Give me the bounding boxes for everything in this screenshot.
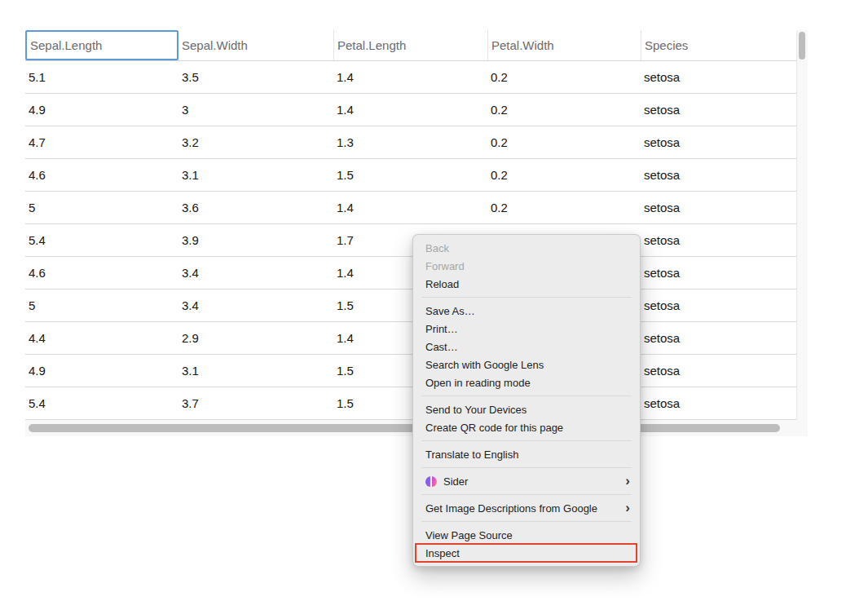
submenu-chevron-icon: › xyxy=(625,501,630,515)
table-row: 4.93.11.5setosa xyxy=(25,355,796,387)
menu-item-open-in-reading-mode[interactable]: Open in reading mode xyxy=(413,373,640,391)
menu-item-label: Reload xyxy=(425,278,459,290)
table-cell: setosa xyxy=(641,159,796,191)
menu-item-sider[interactable]: Sider› xyxy=(413,472,640,490)
table-cell: 5.4 xyxy=(25,224,178,256)
menu-separator xyxy=(421,396,632,396)
table-cell: 0.2 xyxy=(487,94,641,126)
table-cell: 0.2 xyxy=(487,159,641,191)
menu-item-label: Save As… xyxy=(425,305,475,317)
menu-separator xyxy=(421,440,632,441)
table-row: 53.41.5setosa xyxy=(25,289,796,322)
menu-item-forward: Forward xyxy=(413,257,640,275)
menu-item-label: Back xyxy=(425,242,449,254)
menu-item-label: Send to Your Devices xyxy=(425,404,527,416)
menu-item-create-qr-code-for-this-page[interactable]: Create QR code for this page xyxy=(413,418,640,436)
table-cell: 3.2 xyxy=(178,126,333,158)
table-cell: setosa xyxy=(641,289,796,321)
menu-item-label: Print… xyxy=(425,323,458,335)
table-cell: 5 xyxy=(25,289,178,321)
menu-item-label: Inspect xyxy=(425,547,460,559)
table-cell: 3.1 xyxy=(178,355,333,387)
column-header-petal-length[interactable]: Petal.Length xyxy=(333,30,487,60)
vertical-scrollbar-thumb[interactable] xyxy=(799,32,805,60)
page: { "colors": { "focus_border": "#5a9ad6",… xyxy=(0,0,868,601)
menu-item-view-page-source[interactable]: View Page Source xyxy=(413,526,640,544)
table-cell: 4.9 xyxy=(25,94,178,126)
table-cell: setosa xyxy=(641,61,796,93)
menu-item-label: Search with Google Lens xyxy=(425,359,544,371)
page-background: Sepal.LengthSepal.WidthPetal.LengthPetal… xyxy=(0,0,868,601)
table-row: 4.63.11.50.2setosa xyxy=(25,159,796,192)
table-cell: setosa xyxy=(641,257,796,289)
table-body: 5.13.51.40.2setosa4.931.40.2setosa4.73.2… xyxy=(25,61,796,420)
table-cell: 4.7 xyxy=(25,126,178,158)
menu-item-reload[interactable]: Reload xyxy=(413,275,640,293)
menu-separator xyxy=(421,467,632,468)
table-cell: setosa xyxy=(641,387,796,419)
sider-brain-icon xyxy=(425,476,437,487)
column-header-sepal-width[interactable]: Sepal.Width xyxy=(178,30,333,60)
table-cell: 4.9 xyxy=(25,355,178,387)
table-cell: 1.4 xyxy=(333,61,487,93)
table-cell: setosa xyxy=(641,192,796,223)
table-cell: 4.4 xyxy=(25,322,178,354)
menu-item-print[interactable]: Print… xyxy=(413,320,640,338)
menu-item-get-image-descriptions-from-google[interactable]: Get Image Descriptions from Google› xyxy=(413,499,640,517)
table-cell: 0.2 xyxy=(487,61,641,93)
browser-context-menu: BackForwardReloadSave As…Print…Cast…Sear… xyxy=(412,234,641,567)
table-cell: 5.1 xyxy=(25,61,178,93)
menu-item-label: Sider xyxy=(443,475,468,488)
table-cell: setosa xyxy=(641,126,796,158)
table-cell: setosa xyxy=(641,355,796,387)
table-row: 4.42.91.4setosa xyxy=(25,322,796,355)
table-row: 4.63.41.4setosa xyxy=(25,257,796,289)
table-header-row: Sepal.LengthSepal.WidthPetal.LengthPetal… xyxy=(25,30,796,61)
table-cell: 3.7 xyxy=(178,387,333,419)
table-row: 4.73.21.30.2setosa xyxy=(25,126,796,159)
table-cell: setosa xyxy=(641,94,796,126)
table-cell: 1.4 xyxy=(333,192,487,223)
table-row: 5.13.51.40.2setosa xyxy=(25,61,796,94)
table-cell: setosa xyxy=(641,322,796,354)
menu-item-label: View Page Source xyxy=(425,529,513,541)
table-row: 5.43.91.7setosa xyxy=(25,224,796,257)
horizontal-scrollbar-thumb[interactable] xyxy=(29,424,780,432)
menu-item-label: Translate to English xyxy=(425,449,518,461)
table-cell: 3.4 xyxy=(178,257,333,289)
table-cell: 3.4 xyxy=(178,289,333,321)
menu-separator xyxy=(421,297,632,298)
table-cell: 3.1 xyxy=(178,159,333,191)
vertical-scrollbar[interactable] xyxy=(796,30,808,420)
menu-item-label: Forward xyxy=(425,260,465,272)
column-header-sepal-length[interactable]: Sepal.Length xyxy=(25,30,178,60)
table-cell: 1.3 xyxy=(333,126,487,158)
table-row: 53.61.40.2setosa xyxy=(25,192,796,224)
table-cell: 0.2 xyxy=(487,126,641,158)
menu-item-label: Cast… xyxy=(425,341,458,353)
table-cell: 5.4 xyxy=(25,387,178,419)
table-cell: 3.6 xyxy=(178,192,333,223)
table-cell: 3.9 xyxy=(178,224,333,256)
column-header-petal-width[interactable]: Petal.Width xyxy=(487,30,641,60)
menu-item-back: Back xyxy=(413,239,640,257)
menu-separator xyxy=(421,521,632,522)
table-row: 5.43.71.5setosa xyxy=(25,387,796,420)
menu-item-search-with-google-lens[interactable]: Search with Google Lens xyxy=(413,356,640,373)
table-cell: setosa xyxy=(641,224,796,256)
menu-item-label: Open in reading mode xyxy=(425,377,531,389)
table-cell: 2.9 xyxy=(178,322,333,354)
menu-item-translate-to-english[interactable]: Translate to English xyxy=(413,445,640,463)
menu-item-inspect[interactable]: Inspect xyxy=(413,544,640,562)
table-row: 4.931.40.2setosa xyxy=(25,94,796,126)
menu-item-send-to-your-devices[interactable]: Send to Your Devices xyxy=(413,400,640,418)
menu-item-save-as[interactable]: Save As… xyxy=(413,302,640,320)
table-cell: 1.4 xyxy=(333,94,487,126)
submenu-chevron-icon: › xyxy=(625,474,630,488)
table-cell: 1.5 xyxy=(333,159,487,191)
menu-item-cast[interactable]: Cast… xyxy=(413,338,640,356)
menu-item-label: Get Image Descriptions from Google xyxy=(425,502,597,515)
column-header-species[interactable]: Species xyxy=(641,30,796,60)
table-cell: 4.6 xyxy=(25,159,178,191)
table-cell: 3 xyxy=(178,94,333,126)
